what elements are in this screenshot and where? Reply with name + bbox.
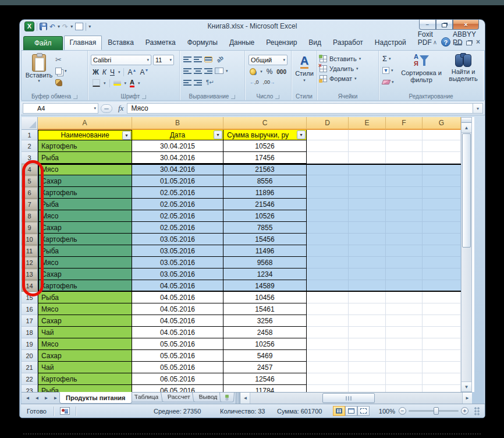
cell-name[interactable]: Мясо [38,257,132,269]
increase-decimal-button[interactable]: ←,0 [250,79,259,85]
cell-date[interactable]: 04.05.2016 [132,315,223,327]
cell[interactable] [349,327,386,338]
tab-home[interactable]: Главная [64,36,102,50]
cell[interactable] [423,292,461,303]
font-family-select[interactable]: Calibri▾ [91,55,151,65]
copy-dropdown-icon[interactable]: ▾ [65,69,67,73]
bold-button[interactable]: Ж [93,68,99,76]
paste-dropdown-icon[interactable]: ▾ [38,79,40,83]
cell[interactable] [386,152,423,164]
cell-sum[interactable]: 8556 [223,175,307,187]
row-header[interactable]: 13 [22,269,38,280]
copy-button[interactable]: ▾ [55,66,67,76]
prev-sheet-icon[interactable]: ◄ [33,394,41,402]
column-header-c[interactable]: C [223,117,307,130]
format-painter-button[interactable] [55,78,67,87]
cell-name[interactable]: Сахар [38,222,132,234]
row-header[interactable]: 6 [22,187,38,199]
cell[interactable] [307,187,349,199]
cell[interactable] [349,152,386,164]
currency-dropdown-icon[interactable]: ▾ [260,69,262,74]
expand-formula-bar-button[interactable]: ▾ [473,103,483,114]
cell-name[interactable]: Чай [38,327,132,338]
sheet-tab-calc[interactable]: Рассчет [161,393,197,402]
cell-date[interactable]: 05.05.2016 [132,338,223,350]
cell[interactable] [386,140,423,152]
cell-name[interactable]: Сахар [38,350,132,362]
shrink-font-button[interactable]: А▼ [140,68,148,76]
formula-bar-handle[interactable] [101,104,112,113]
cell-name[interactable]: Сахар [38,315,132,327]
cell[interactable] [349,257,386,269]
row-header[interactable]: 7 [22,199,38,210]
cell[interactable] [386,269,423,280]
cell-sum[interactable]: 11896 [223,187,307,199]
cell[interactable] [307,210,349,222]
row-header[interactable]: 11 [22,245,38,257]
cell[interactable] [386,327,423,338]
formula-input[interactable]: Мясо [127,103,473,114]
cell[interactable] [307,234,349,245]
scroll-right-icon[interactable]: ► [462,393,472,404]
cell[interactable] [423,338,461,350]
cell[interactable] [423,222,461,234]
cell-name[interactable]: Мясо [38,164,132,175]
cell-date[interactable]: 03.05.2016 [132,245,223,257]
styles-dropdown-icon[interactable]: ▾ [303,78,306,83]
wrap-text-button[interactable]: ¶↵ [204,78,216,87]
cell[interactable] [386,210,423,222]
row-header[interactable]: 10 [22,234,38,245]
cell[interactable] [307,338,349,350]
cell[interactable] [423,199,461,210]
page-layout-view-button[interactable] [345,406,357,416]
cell[interactable] [307,140,349,152]
zoom-in-button[interactable]: + [461,407,468,415]
cell[interactable] [423,385,461,392]
tab-developer[interactable]: Разработ [327,36,369,50]
tab-formulas[interactable]: Формулы [182,36,223,50]
horizontal-scrollbar-track[interactable] [250,393,462,404]
collapse-ribbon-icon[interactable]: ∧ [433,39,437,45]
cell-name[interactable]: Картофель [38,140,132,152]
cell[interactable] [423,373,461,385]
autosum-button[interactable]: Σ▾ [382,54,394,63]
cell-styles-button[interactable]: А Стили ▾ [294,54,315,90]
cell[interactable] [349,269,386,280]
cell-sum[interactable]: 9568 [223,257,307,269]
row-header[interactable]: 18 [22,327,38,338]
merge-center-button[interactable] [215,68,223,74]
font-size-select[interactable]: 11▾ [153,55,174,65]
row-header[interactable]: 22 [22,373,38,385]
name-box[interactable]: A4▾ [23,103,98,114]
decrease-decimal-button[interactable]: ,00→ [263,79,275,85]
column-header-e[interactable]: E [349,117,386,130]
first-sheet-icon[interactable]: ◄ [23,394,32,402]
row-header[interactable]: 23 [22,385,38,392]
cell[interactable] [423,245,461,257]
cell[interactable] [307,199,349,210]
comma-format-button[interactable]: 000 [276,69,286,75]
cell[interactable] [307,303,349,315]
cell-date[interactable]: 04.05.2016 [132,280,223,292]
find-select-button[interactable]: Найти и выделить [443,53,484,82]
column-header-f[interactable]: F [386,117,423,130]
cell-sum[interactable]: 11496 [223,245,307,257]
cell[interactable] [423,187,461,199]
cell-date[interactable]: 06.05.2016 [132,373,223,385]
cell-sum[interactable]: 10456 [223,292,307,303]
cell[interactable] [386,292,423,303]
cell[interactable] [307,130,349,140]
font-color-dropdown-icon[interactable]: ▾ [138,81,140,86]
sort-filter-button[interactable]: АЯ Сортировка и фильтр [401,53,442,83]
zoom-track[interactable] [409,410,459,412]
row-header[interactable]: 19 [22,338,38,350]
row-header[interactable]: 16 [22,303,38,315]
sheet-tab-products[interactable]: Продукты питания [59,392,132,404]
grow-font-button[interactable]: А▲ [127,68,136,76]
horizontal-scrollbar-thumb[interactable] [322,393,375,403]
cell-name[interactable]: Рыба [38,292,132,303]
cell[interactable] [349,315,386,327]
cell[interactable] [349,140,386,152]
cell[interactable] [349,385,386,392]
cell-date[interactable]: 06.05.2016 [132,385,223,392]
